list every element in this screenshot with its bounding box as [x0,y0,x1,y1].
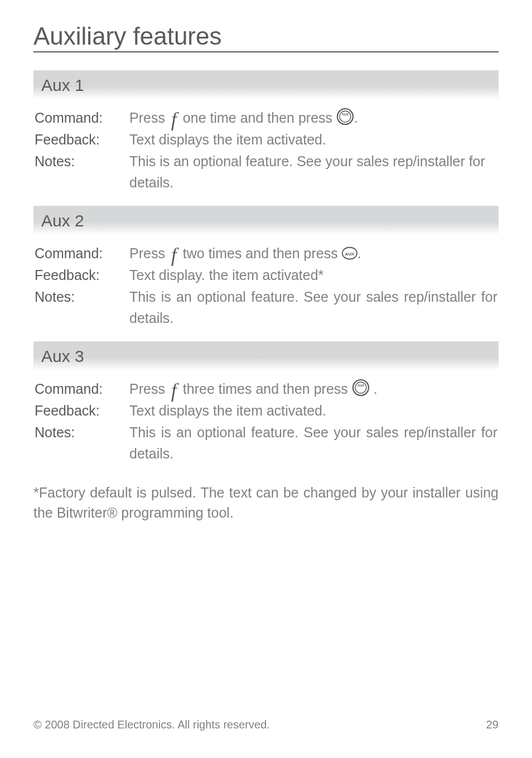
page-title: Auxiliary features [33,22,499,52]
aux1-command: Press f one time and then press AUX. [129,107,497,129]
aux2-command: Press f two times and then press AUX. [129,243,497,264]
aux3-command-mid: three times and then press [179,381,352,397]
aux1-notes: This is an optional feature. See your sa… [129,151,497,194]
aux3-feedback: Text displays the item activated. [129,400,497,422]
aux-icon: AUX [352,379,370,397]
aux2-feedback: Text display. the item activated* [129,264,497,286]
aux2-command-pre: Press [129,245,169,261]
label-feedback: Feedback [35,400,129,422]
aux2-command-post: . [357,245,361,261]
aux2-values: Press f two times and then press AUX. Te… [129,243,497,329]
aux2-block: Command Feedback Notes Press f two times… [33,235,499,337]
label-notes: Notes [35,422,129,443]
copyright: © 2008 Directed Electronics. All rights … [33,718,270,731]
label-command: Command [35,107,129,129]
label-feedback: Feedback [35,264,129,286]
footnote: *Factory default is pulsed. The text can… [33,482,499,523]
aux1-command-post: . [354,110,358,125]
aux2-labels: Command Feedback Notes [35,243,129,329]
label-command: Command [35,378,129,400]
aux1-feedback: Text displays the item activated. [129,129,497,151]
svg-text:AUX: AUX [345,252,354,257]
label-notes: Notes [35,151,129,172]
svg-text:AUX: AUX [342,113,349,116]
label-notes: Notes [35,286,129,308]
aux-icon: AUX [342,245,357,261]
aux1-labels: Command Feedback Notes [35,107,129,194]
aux3-heading: Aux 3 [33,341,499,370]
aux3-command: Press f three times and then press AUX . [129,378,497,400]
aux2-heading: Aux 2 [33,206,499,235]
label-feedback: Feedback [35,129,129,151]
aux1-values: Press f one time and then press AUX. Tex… [129,107,497,194]
aux1-block: Command Feedback Notes Press f one time … [33,99,499,201]
footer: © 2008 Directed Electronics. All rights … [33,718,499,731]
aux2-command-mid: two times and then press [179,245,342,261]
aux3-command-post: . [370,381,378,397]
label-command: Command [35,243,129,264]
aux3-command-pre: Press [129,381,169,397]
aux3-notes: This is an optional feature. See your sa… [129,422,497,465]
aux2-notes: This is an optional feature. See your sa… [129,286,497,330]
aux3-labels: Command Feedback Notes [35,378,129,465]
aux1-command-pre: Press [129,110,169,125]
page-number: 29 [486,718,499,731]
aux3-values: Press f three times and then press AUX .… [129,378,497,465]
aux1-command-mid: one time and then press [179,110,336,125]
aux1-heading: Aux 1 [33,70,499,99]
svg-text:AUX: AUX [357,384,364,387]
aux-icon: AUX [336,108,354,125]
aux3-block: Command Feedback Notes Press f three tim… [33,370,499,472]
